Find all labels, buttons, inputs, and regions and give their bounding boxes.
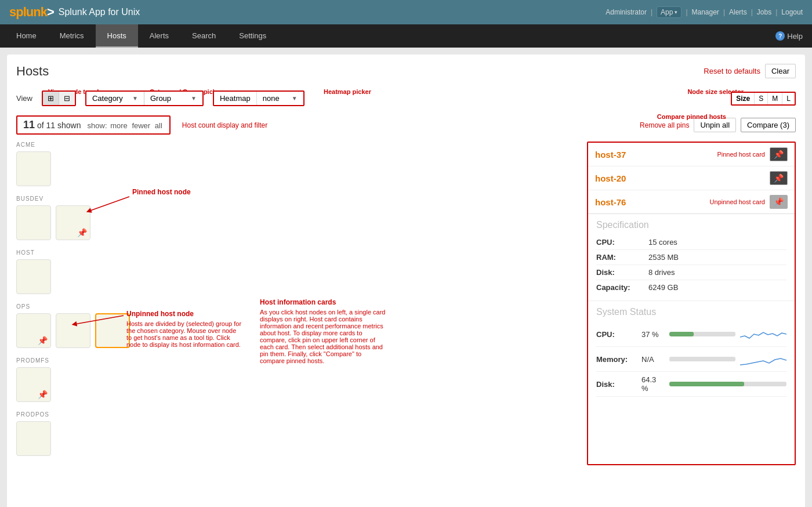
group-picker[interactable]: Group ▼: [144, 92, 202, 105]
nav-item-alerts[interactable]: Alerts: [138, 24, 180, 48]
nav-item-metrics[interactable]: Metrics: [48, 24, 96, 48]
unpinned-card-annotation: Unpinned host card: [710, 198, 765, 205]
nav-item-home[interactable]: Home: [5, 24, 48, 48]
show-more-link[interactable]: more: [110, 121, 128, 130]
spec-key-capacity: Capacity:: [596, 283, 648, 292]
status-val-cpu: 37 %: [641, 330, 665, 339]
top-nav: Administrator | App ▾ | Manager | Alerts…: [606, 6, 803, 18]
splunk-logo: splunk>: [9, 5, 54, 20]
clear-button[interactable]: Clear: [765, 64, 796, 78]
top-nav-logout[interactable]: Logout: [781, 8, 803, 16]
host-nodes-host: [16, 259, 578, 294]
show-fewer-link[interactable]: fewer: [132, 121, 150, 130]
spec-title: Specification: [596, 220, 786, 230]
host-group-acme: ACME: [16, 142, 578, 186]
cpu-sparkline: [740, 325, 786, 343]
size-l-button[interactable]: L: [782, 93, 795, 104]
host-group-ops: OPS 📌: [16, 303, 578, 348]
top-nav-manager[interactable]: Manager: [692, 8, 719, 16]
spec-row-disk: Disk: 8 drives: [596, 265, 786, 280]
host-nodes-acme: [16, 151, 578, 186]
host-node[interactable]: [16, 151, 51, 186]
top-bar: splunk> Splunk App for Unix Administrato…: [0, 0, 812, 24]
disk-progress-fill: [669, 382, 744, 386]
size-s-button[interactable]: S: [755, 93, 768, 104]
status-row-memory: Memory: N/A: [596, 347, 786, 372]
page-header: Hosts Reset to defaults Clear: [16, 64, 796, 79]
show-all-link[interactable]: all: [155, 121, 162, 130]
nav-item-settings[interactable]: Settings: [227, 24, 278, 48]
status-row-disk: Disk: 64.3 %: [596, 372, 786, 397]
spec-key-disk: Disk:: [596, 268, 648, 277]
top-nav-alerts[interactable]: Alerts: [729, 8, 747, 16]
heatmap-caret: ▼: [292, 95, 298, 102]
help-button[interactable]: ? Help: [771, 29, 807, 43]
spec-key-ram: RAM:: [596, 253, 648, 262]
host-node-pinned-prodmfs[interactable]: 📌: [16, 367, 51, 402]
disk-progress-bg: [669, 382, 786, 386]
status-key-memory: Memory:: [596, 355, 637, 364]
grid-loose-icon: ⊟: [64, 94, 70, 103]
host-node-pinned-ops[interactable]: 📌: [16, 313, 51, 348]
host-node[interactable]: [16, 259, 51, 294]
node-size-section: Size S M L: [731, 92, 796, 106]
spec-val-disk: 8 drives: [648, 268, 675, 277]
help-label: Help: [787, 32, 803, 41]
category-picker[interactable]: Category ▼: [86, 92, 144, 105]
heatmap-select[interactable]: none ▼: [257, 92, 303, 105]
host-groups: ACME BUSDEV 📌 HOST: [16, 142, 578, 465]
pin-toggle-76[interactable]: 📌: [770, 195, 788, 209]
nav-items: Home Metrics Hosts Alerts Search Setting…: [5, 24, 278, 48]
main-content: Hosts Reset to defaults Clear View mode …: [7, 55, 805, 507]
spec-val-ram: 2535 MB: [648, 253, 679, 262]
grid-dense-icon: ⊞: [48, 94, 54, 103]
status-section: System Status CPU: 37 % Memory: N/A: [588, 301, 795, 403]
host-nodes-prodpos: [16, 421, 578, 456]
host-nodes-prodmfs: 📌: [16, 367, 578, 402]
compare-annotation: Compare pinned hosts: [657, 113, 726, 120]
size-selector: Size S M L: [731, 92, 796, 106]
heatmap-label: Heatmap: [214, 92, 257, 105]
pinned-host-name-20: host-20: [595, 173, 770, 183]
count-shown: 11: [23, 119, 35, 131]
pin-icon: 📌: [77, 228, 87, 237]
host-node-selected-ops[interactable]: [95, 313, 130, 348]
status-val-disk: 64.3 %: [641, 375, 665, 393]
top-nav-app[interactable]: App ▾: [657, 6, 682, 18]
status-row-cpu: CPU: 37 %: [596, 322, 786, 347]
pinned-host-row-37: host-37 Pinned host card 📌: [588, 143, 795, 166]
nav-item-hosts[interactable]: Hosts: [96, 24, 138, 48]
host-group-prodpos: PRODPOS: [16, 411, 578, 456]
pinned-node-annotation: Pinned host node: [132, 188, 191, 196]
view-grid-loose[interactable]: ⊟: [59, 92, 75, 105]
status-key-cpu: CPU:: [596, 330, 637, 339]
category-value: Category: [92, 94, 123, 103]
nav-item-search[interactable]: Search: [180, 24, 227, 48]
view-label: View: [16, 94, 32, 103]
cpu-progress-bg: [669, 332, 735, 336]
spec-row-cpu: CPU: 15 cores: [596, 235, 786, 250]
spec-row-ram: RAM: 2535 MB: [596, 250, 786, 265]
pin-toggle-20[interactable]: 📌: [770, 171, 788, 185]
compare-button[interactable]: Compare (3): [741, 118, 796, 132]
pin-toggle-37[interactable]: 📌: [770, 147, 788, 161]
logo-splunk: splunk: [9, 5, 47, 19]
nav-bar: Home Metrics Hosts Alerts Search Setting…: [0, 24, 812, 48]
status-key-disk: Disk:: [596, 380, 637, 389]
pinned-host-name-76: host-76: [595, 197, 710, 207]
top-nav-jobs[interactable]: Jobs: [757, 8, 771, 16]
host-node-pinned-busdev[interactable]: 📌: [56, 205, 90, 240]
count-total: 11: [46, 121, 56, 130]
heatmap-value: none: [263, 94, 280, 103]
category-group-pickers: Category ▼ Group ▼: [85, 90, 204, 106]
spec-val-cpu: 15 cores: [648, 238, 677, 247]
right-panel: host-37 Pinned host card 📌 host-20 📌 hos…: [587, 142, 796, 465]
size-m-button[interactable]: M: [768, 93, 782, 104]
host-group-busdev: BUSDEV 📌: [16, 195, 578, 240]
host-node[interactable]: [56, 313, 90, 348]
view-grid-dense[interactable]: ⊞: [43, 92, 59, 105]
header-right: Reset to defaults Clear: [704, 64, 796, 78]
host-node[interactable]: [16, 205, 51, 240]
group-label-prodpos: PRODPOS: [16, 411, 578, 418]
host-node[interactable]: [16, 421, 51, 456]
